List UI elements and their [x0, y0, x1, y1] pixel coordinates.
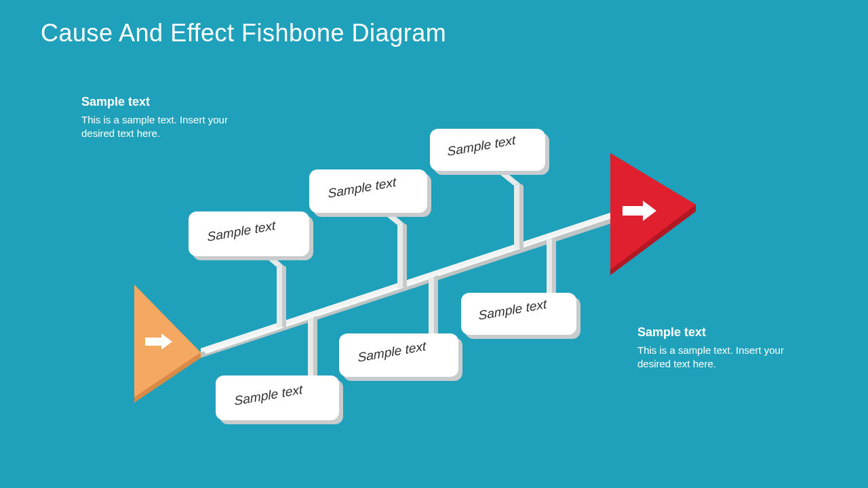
- svg-marker-13: [514, 183, 519, 249]
- cause-card-top-3: Sample text: [430, 129, 549, 175]
- cause-card-top-1: Sample text: [189, 211, 313, 260]
- fishbone-diagram: Sample text Sample text Sample text Samp…: [0, 0, 868, 488]
- cause-card-bottom-1: Sample text: [216, 375, 343, 424]
- svg-marker-7: [277, 264, 282, 328]
- svg-marker-14: [519, 183, 524, 251]
- cause-card-bottom-2: Sample text: [339, 333, 462, 381]
- svg-marker-8: [282, 264, 286, 329]
- fish-tail: [134, 285, 201, 403]
- svg-marker-11: [403, 222, 407, 290]
- cause-card-top-2: Sample text: [309, 169, 431, 217]
- svg-marker-10: [397, 222, 403, 289]
- cause-card-bottom-3: Sample text: [461, 293, 580, 339]
- fish-head: [610, 153, 696, 275]
- slide-canvas: Cause And Effect Fishbone Diagram Sample…: [0, 0, 868, 488]
